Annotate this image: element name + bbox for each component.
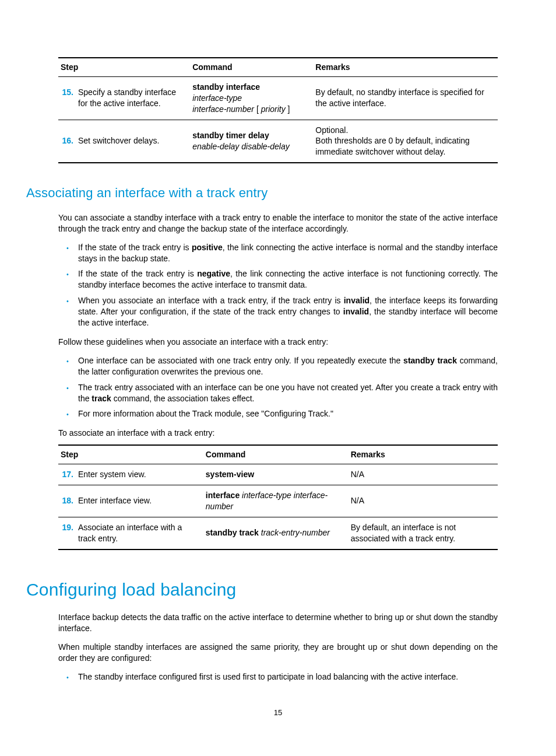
th-remarks: Remarks bbox=[313, 58, 498, 76]
command-cell: interface interface-type interface-numbe… bbox=[203, 485, 349, 517]
list-item: The track entry associated with an inter… bbox=[78, 382, 498, 404]
list-item: If the state of the track entry is posit… bbox=[78, 242, 498, 264]
remarks-cell: N/A bbox=[349, 464, 498, 485]
paragraph: To associate an interface with a track e… bbox=[58, 428, 498, 439]
th-command: Command bbox=[203, 445, 349, 464]
step-number: 18. bbox=[61, 495, 73, 506]
step-text: Set switchover delays. bbox=[78, 135, 188, 146]
table-associate-track: Step Command Remarks 17. Enter system vi… bbox=[58, 444, 498, 550]
list-item: When you associate an interface with a t… bbox=[78, 295, 498, 328]
step-number: 17. bbox=[61, 469, 73, 480]
heading-load-balancing: Configuring load balancing bbox=[26, 578, 498, 602]
page-content: Step Command Remarks 15. Specify a stand… bbox=[0, 0, 556, 753]
table-standby-interface: Step Command Remarks 15. Specify a stand… bbox=[58, 57, 498, 163]
step-number: 19. bbox=[61, 522, 73, 544]
command-cell: standby timer delay enable-delay disable… bbox=[190, 120, 313, 163]
th-step: Step bbox=[58, 445, 203, 464]
table-row: 18. Enter interface view. interface inte… bbox=[58, 485, 498, 517]
step-text: Associate an interface with a track entr… bbox=[78, 522, 201, 544]
remarks-cell: Optional. Both thresholds are 0 by defau… bbox=[313, 120, 498, 163]
paragraph: When multiple standby interfaces are ass… bbox=[58, 642, 498, 664]
page-number: 15 bbox=[58, 708, 498, 718]
command-cell: standby interface interface-type interfa… bbox=[190, 76, 313, 120]
list-item: One interface can be associated with one… bbox=[78, 355, 498, 377]
list-item: For more information about the Track mod… bbox=[78, 408, 498, 419]
remarks-cell: N/A bbox=[349, 485, 498, 517]
th-command: Command bbox=[190, 58, 313, 76]
th-step: Step bbox=[58, 58, 190, 76]
list-item: The standby interface configured first i… bbox=[78, 671, 498, 682]
step-text: Enter interface view. bbox=[78, 495, 201, 506]
command-cell: standby track track-entry-number bbox=[203, 517, 349, 549]
paragraph: Follow these guidelines when you associa… bbox=[58, 337, 498, 348]
table-row: 19. Associate an interface with a track … bbox=[58, 517, 498, 549]
paragraph: You can associate a standby interface wi… bbox=[58, 212, 498, 235]
bullet-list-lb: The standby interface configured first i… bbox=[58, 671, 498, 682]
command-cell: system-view bbox=[203, 464, 349, 485]
table-row: 17. Enter system view. system-view N/A bbox=[58, 464, 498, 485]
paragraph: Interface backup detects the data traffi… bbox=[58, 612, 498, 634]
list-item: If the state of the track entry is negat… bbox=[78, 268, 498, 290]
step-text: Enter system view. bbox=[78, 469, 201, 480]
bullet-list-states: If the state of the track entry is posit… bbox=[58, 242, 498, 328]
table-row: 15. Specify a standby interface for the … bbox=[58, 76, 498, 120]
th-remarks: Remarks bbox=[349, 445, 498, 464]
step-number: 16. bbox=[61, 135, 73, 146]
bullet-list-guidelines: One interface can be associated with one… bbox=[58, 355, 498, 419]
step-text: Specify a standby interface for the acti… bbox=[78, 87, 188, 109]
remarks-cell: By default, an interface is not associat… bbox=[349, 517, 498, 549]
table-row: 16. Set switchover delays. standby timer… bbox=[58, 120, 498, 163]
heading-associating: Associating an interface with a track en… bbox=[26, 184, 498, 202]
step-number: 15. bbox=[61, 87, 73, 109]
remarks-cell: By default, no standby interface is spec… bbox=[313, 76, 498, 120]
